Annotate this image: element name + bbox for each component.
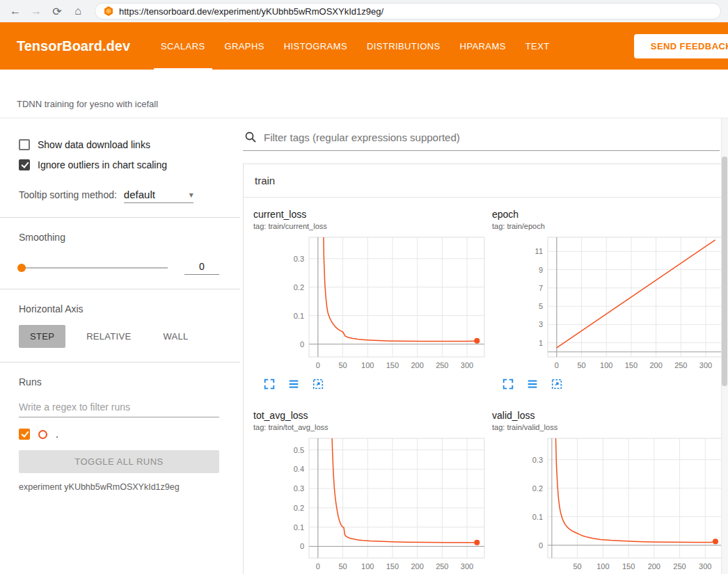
svg-text:0: 0 [316, 361, 320, 369]
tab-histograms[interactable]: HISTOGRAMS [277, 22, 354, 70]
scrollbar-thumb[interactable] [722, 157, 727, 386]
divider [0, 289, 240, 289]
svg-text:7: 7 [539, 284, 543, 292]
back-icon[interactable]: ← [7, 3, 24, 19]
tag-group-card: train current_loss tag: train/current_lo… [243, 164, 728, 574]
tab-distributions[interactable]: DISTRIBUTIONS [360, 22, 448, 70]
refresh-icon[interactable]: ⟳ [49, 3, 65, 19]
chart-toolbar [502, 378, 725, 392]
svg-text:5: 5 [539, 302, 543, 310]
toggle-all-runs-button[interactable]: TOGGLE ALL RUNS [19, 450, 219, 473]
svg-text:100: 100 [361, 361, 374, 369]
send-feedback-button[interactable]: SEND FEEDBACK [634, 34, 728, 58]
tab-text[interactable]: TEXT [519, 22, 557, 70]
divider [0, 362, 240, 362]
svg-text:300: 300 [461, 361, 473, 369]
fullscreen-icon[interactable] [263, 378, 277, 392]
svg-text:250: 250 [673, 562, 686, 571]
svg-text:0.1: 0.1 [294, 523, 304, 532]
tag-filter-input[interactable] [264, 131, 718, 143]
smoothing-slider[interactable] [19, 267, 168, 269]
chart-toolbar [263, 378, 486, 392]
svg-text:150: 150 [625, 361, 638, 369]
svg-text:250: 250 [674, 361, 687, 369]
url-text: https://tensorboard.dev/experiment/yKUbh… [119, 6, 383, 17]
show-download-label: Show data download links [38, 139, 150, 150]
svg-text:200: 200 [411, 361, 423, 369]
runs-label: Runs [19, 376, 219, 388]
svg-text:150: 150 [622, 562, 635, 571]
tab-scalars[interactable]: SCALARS [154, 22, 212, 70]
svg-text:150: 150 [386, 361, 399, 369]
svg-text:100: 100 [600, 361, 612, 369]
axis-wall-button[interactable]: WALL [152, 325, 199, 348]
axis-relative-button[interactable]: RELATIVE [75, 325, 142, 348]
runs-filter-input[interactable] [19, 397, 219, 417]
svg-text:1: 1 [539, 339, 543, 347]
forward-icon[interactable]: → [28, 3, 45, 19]
svg-text:300: 300 [699, 562, 711, 571]
chart-card: valid_loss tag: train/valid_loss 5010015… [492, 410, 725, 574]
svg-text:9: 9 [539, 266, 543, 274]
content: Show data download links Ignore outliers… [0, 118, 728, 574]
fullscreen-icon[interactable] [502, 378, 516, 392]
smoothing-value[interactable]: 0 [184, 261, 219, 275]
url-bar[interactable]: https://tensorboard.dev/experiment/yKUbh… [95, 3, 721, 19]
charts-grid: current_loss tag: train/current_loss 050… [244, 198, 728, 574]
tab-hparams[interactable]: HPARAMS [453, 22, 513, 70]
run-name: . [56, 429, 58, 440]
chevron-down-icon: ▾ [189, 190, 193, 200]
divider [0, 217, 240, 218]
smoothing-slider-thumb[interactable] [17, 264, 26, 272]
axis-step-button[interactable]: STEP [19, 325, 65, 348]
line-chart[interactable]: 05010015020025030000.10.20.30.40.5 [253, 434, 486, 574]
show-download-checkbox[interactable] [19, 139, 30, 150]
run-row[interactable]: . [19, 429, 219, 440]
tag-group-title[interactable]: train [244, 164, 728, 198]
horizontal-axis-buttons: STEPRELATIVEWALL [19, 325, 219, 348]
line-chart[interactable]: 5010015020025030000.10.20.3 [492, 434, 725, 574]
tensorboard-favicon [104, 6, 113, 16]
chart-tag: tag: train/tot_avg_loss [253, 423, 486, 431]
ignore-outliers-checkbox[interactable] [19, 159, 30, 170]
svg-text:50: 50 [577, 361, 585, 369]
show-download-row[interactable]: Show data download links [19, 139, 219, 150]
vertical-scrollbar[interactable] [721, 118, 728, 574]
chart-title: current_loss [253, 209, 486, 220]
smoothing-label: Smoothing [19, 232, 219, 243]
svg-text:0: 0 [300, 340, 304, 349]
nav-tabs: SCALARSGRAPHSHISTOGRAMSDISTRIBUTIONSHPAR… [154, 22, 557, 70]
main-panel: train current_loss tag: train/current_lo… [240, 118, 728, 574]
run-checkbox[interactable] [19, 429, 30, 440]
chart-title: valid_loss [492, 410, 725, 421]
tooltip-sorting-dropdown[interactable]: default ▾ [124, 189, 193, 203]
home-icon[interactable]: ⌂ [70, 3, 86, 19]
svg-text:0: 0 [555, 361, 559, 369]
svg-text:11: 11 [535, 247, 543, 255]
fit-domain-icon[interactable] [312, 378, 326, 392]
chart-card: current_loss tag: train/current_loss 050… [253, 209, 486, 392]
svg-text:0: 0 [539, 541, 543, 550]
line-chart[interactable]: 05010015020025030000.10.20.3 [253, 233, 486, 374]
svg-text:0.2: 0.2 [294, 504, 304, 512]
horizontal-axis-label: Horizontal Axis [19, 303, 219, 314]
runs-selector-icon[interactable] [287, 378, 301, 392]
svg-text:50: 50 [573, 562, 581, 571]
runs-selector-icon[interactable] [526, 378, 540, 392]
fit-domain-icon[interactable] [551, 378, 564, 392]
app-logo: TensorBoard.dev [17, 38, 130, 54]
app-header: TensorBoard.dev SCALARSGRAPHSHISTOGRAMSD… [0, 22, 728, 70]
svg-text:250: 250 [436, 562, 448, 571]
tag-filter-row [243, 128, 720, 151]
svg-text:50: 50 [338, 562, 347, 571]
ignore-outliers-label: Ignore outliers in chart scaling [38, 159, 167, 170]
line-chart[interactable]: 0501001502002503001357911 [492, 233, 725, 374]
svg-text:200: 200 [411, 562, 423, 571]
chart-card: tot_avg_loss tag: train/tot_avg_loss 050… [253, 410, 486, 574]
chart-tag: tag: train/current_loss [253, 222, 486, 230]
ignore-outliers-row[interactable]: Ignore outliers in chart scaling [19, 159, 219, 170]
tab-graphs[interactable]: GRAPHS [218, 22, 271, 70]
svg-text:0.3: 0.3 [294, 484, 304, 493]
search-icon [244, 131, 257, 143]
svg-text:0.3: 0.3 [532, 456, 543, 464]
